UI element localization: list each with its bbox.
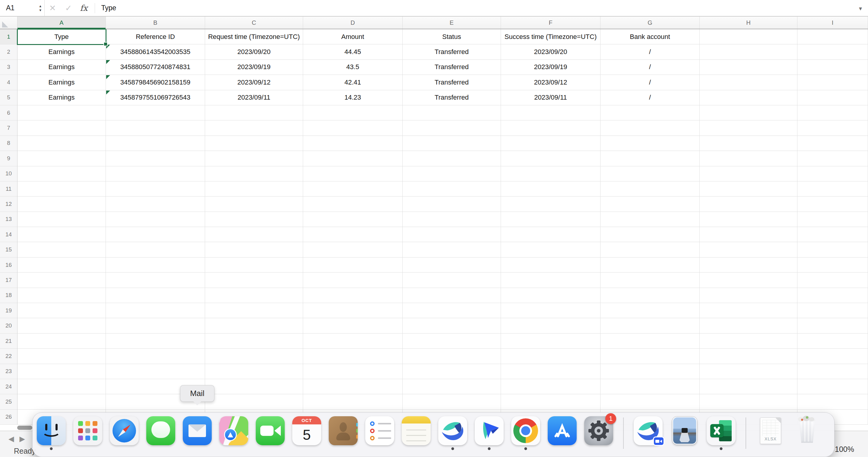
- cell-G22[interactable]: [600, 349, 700, 364]
- cell-B15[interactable]: [106, 242, 205, 257]
- cell-C16[interactable]: [205, 257, 303, 273]
- cell-B17[interactable]: [106, 273, 205, 288]
- row-header-16[interactable]: 16: [0, 257, 18, 273]
- cell-E17[interactable]: [403, 273, 501, 288]
- cell-B20[interactable]: [106, 318, 205, 333]
- cell-G10[interactable]: [600, 166, 700, 181]
- row-header-24[interactable]: 24: [0, 379, 18, 394]
- cell-E15[interactable]: [403, 242, 501, 257]
- cell-I14[interactable]: [798, 227, 868, 242]
- dock-item-system-settings[interactable]: 1: [584, 416, 613, 445]
- dock-item-safari[interactable]: [110, 416, 139, 445]
- dock-item-maps[interactable]: [219, 416, 248, 445]
- column-header-E[interactable]: E: [403, 17, 501, 29]
- row-header-22[interactable]: 22: [0, 349, 18, 364]
- cell-A18[interactable]: [18, 288, 106, 303]
- cell-H18[interactable]: [700, 288, 798, 303]
- cell-E11[interactable]: [403, 181, 501, 197]
- row-header-10[interactable]: 10: [0, 166, 18, 181]
- cell-F7[interactable]: [501, 120, 600, 136]
- cell-B22[interactable]: [106, 349, 205, 364]
- cell-F25[interactable]: [501, 394, 600, 409]
- cell-D5[interactable]: 14.23: [303, 90, 403, 105]
- cell-E22[interactable]: [403, 349, 501, 364]
- cell-I9[interactable]: [798, 151, 868, 166]
- cell-F8[interactable]: [501, 136, 600, 151]
- cell-E5[interactable]: Transferred: [403, 90, 501, 105]
- cell-B2[interactable]: 3458806143542003535: [106, 45, 205, 59]
- cell-I4[interactable]: [798, 75, 868, 90]
- cell-A11[interactable]: [18, 181, 106, 197]
- dock-item-notes[interactable]: [402, 416, 431, 445]
- row-header-19[interactable]: 19: [0, 303, 18, 318]
- cell-G13[interactable]: [600, 212, 700, 227]
- cell-E1[interactable]: Status: [403, 29, 501, 45]
- dock-item-facetime[interactable]: [256, 416, 285, 445]
- cell-F16[interactable]: [501, 257, 600, 273]
- cell-E12[interactable]: [403, 197, 501, 211]
- cell-F24[interactable]: [501, 379, 600, 394]
- cell-G4[interactable]: /: [600, 75, 700, 90]
- cell-C1[interactable]: Request time (Timezone=UTC): [205, 29, 303, 45]
- cell-F21[interactable]: [501, 334, 600, 349]
- column-header-D[interactable]: D: [303, 17, 403, 29]
- cell-F13[interactable]: [501, 212, 600, 227]
- cell-G15[interactable]: [600, 242, 700, 257]
- cell-H25[interactable]: [700, 394, 798, 409]
- cell-B4[interactable]: 3458798456902158159: [106, 75, 205, 90]
- cell-H1[interactable]: [700, 29, 798, 45]
- dock-item-finder[interactable]: [37, 416, 66, 445]
- cell-G17[interactable]: [600, 273, 700, 288]
- cell-E23[interactable]: [403, 364, 501, 379]
- cancel-icon[interactable]: ✕: [49, 3, 56, 13]
- cell-H16[interactable]: [700, 257, 798, 273]
- row-header-7[interactable]: 7: [0, 120, 18, 136]
- cell-I16[interactable]: [798, 257, 868, 273]
- cell-B10[interactable]: [106, 166, 205, 181]
- cell-A3[interactable]: Earnings: [18, 60, 106, 75]
- select-all-corner[interactable]: [0, 17, 18, 29]
- cell-A16[interactable]: [18, 257, 106, 273]
- cell-E25[interactable]: [403, 394, 501, 409]
- cell-H4[interactable]: [700, 75, 798, 90]
- column-header-I[interactable]: I: [798, 17, 868, 29]
- cell-D25[interactable]: [303, 394, 403, 409]
- cell-A21[interactable]: [18, 334, 106, 349]
- cell-C4[interactable]: 2023/09/12: [205, 75, 303, 90]
- dock-item-calendar[interactable]: OCT 5: [292, 416, 321, 445]
- formula-input[interactable]: Type: [101, 4, 116, 12]
- cell-I23[interactable]: [798, 364, 868, 379]
- stepper-up-icon[interactable]: ▴: [39, 4, 41, 7]
- dock-item-lark-meetings[interactable]: [634, 416, 662, 445]
- cell-B16[interactable]: [106, 257, 205, 273]
- cell-H17[interactable]: [700, 273, 798, 288]
- dock-item-mail[interactable]: [183, 416, 212, 445]
- cell-E4[interactable]: Transferred: [403, 75, 501, 90]
- cell-A19[interactable]: [18, 303, 106, 318]
- cell-F14[interactable]: [501, 227, 600, 242]
- cell-F10[interactable]: [501, 166, 600, 181]
- cell-A22[interactable]: [18, 349, 106, 364]
- cell-I24[interactable]: [798, 379, 868, 394]
- function-icon[interactable]: fx: [80, 3, 88, 13]
- cell-I19[interactable]: [798, 303, 868, 318]
- cell-D4[interactable]: 42.41: [303, 75, 403, 90]
- cell-B1[interactable]: Reference ID: [106, 29, 205, 45]
- cell-A14[interactable]: [18, 227, 106, 242]
- cell-E3[interactable]: Transferred: [403, 60, 501, 75]
- row-header-21[interactable]: 21: [0, 334, 18, 349]
- cell-H6[interactable]: [700, 105, 798, 120]
- cell-B19[interactable]: [106, 303, 205, 318]
- cell-F11[interactable]: [501, 181, 600, 197]
- cell-A15[interactable]: [18, 242, 106, 257]
- cell-G19[interactable]: [600, 303, 700, 318]
- cell-reference[interactable]: A1: [6, 4, 14, 12]
- cell-B12[interactable]: [106, 197, 205, 211]
- cell-G8[interactable]: [600, 136, 700, 151]
- row-header-11[interactable]: 11: [0, 181, 18, 197]
- cell-A24[interactable]: [18, 379, 106, 394]
- cell-I12[interactable]: [798, 197, 868, 211]
- cell-A17[interactable]: [18, 273, 106, 288]
- cell-A23[interactable]: [18, 364, 106, 379]
- zoom-level[interactable]: 100%: [835, 445, 854, 454]
